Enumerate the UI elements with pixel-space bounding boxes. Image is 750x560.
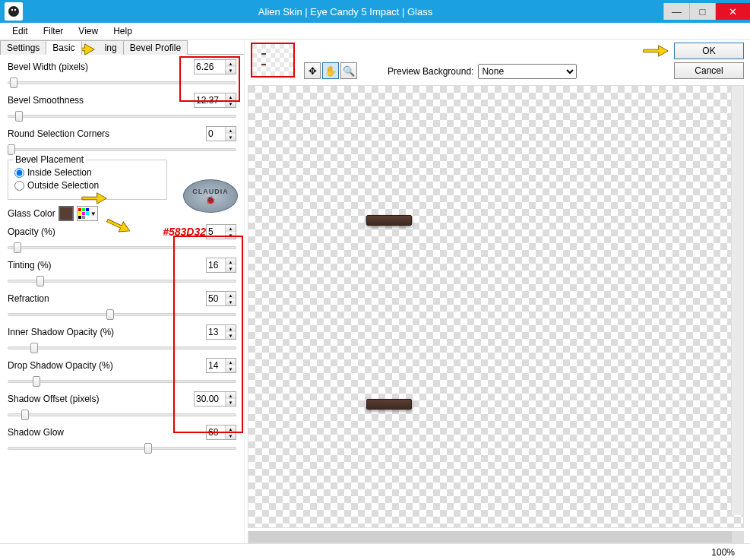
inner-shadow-input[interactable]	[207, 325, 225, 339]
status-bar: 100%	[0, 543, 750, 560]
bevel-placement-legend: Bevel Placement	[13, 154, 86, 165]
tab-settings[interactable]: Settings	[0, 40, 46, 55]
tinting-input[interactable]	[207, 258, 225, 272]
tinting-label: Tinting (%)	[8, 260, 206, 271]
outside-selection-label: Outside Selection	[27, 180, 99, 191]
tinting-spinner[interactable]: ▲▼	[206, 258, 236, 273]
menu-help[interactable]: Help	[106, 24, 140, 38]
refraction-input[interactable]	[207, 292, 225, 305]
refraction-slider[interactable]	[8, 308, 236, 320]
close-button[interactable]: ✕	[715, 3, 750, 20]
preview-bg-label: Preview Background:	[388, 66, 473, 77]
spin-down-icon[interactable]: ▼	[226, 332, 236, 339]
outside-selection-radio[interactable]	[14, 181, 24, 191]
spin-up-icon[interactable]: ▲	[226, 60, 236, 67]
app-icon	[5, 2, 23, 21]
titlebar: Alien Skin | Eye Candy 5 Impact | Glass …	[0, 0, 750, 23]
checker-background	[248, 86, 743, 527]
round-corners-slider[interactable]	[8, 143, 236, 155]
spin-down-icon[interactable]: ▼	[226, 100, 236, 107]
drop-shadow-slider[interactable]	[8, 375, 236, 387]
bevel-width-label: Bevel Width (pixels)	[8, 62, 194, 72]
opacity-input[interactable]	[207, 225, 225, 239]
spin-down-icon[interactable]: ▼	[226, 432, 236, 439]
spin-down-icon[interactable]: ▼	[226, 67, 236, 74]
pointer-hand-icon	[642, 43, 669, 59]
scrollbar-button[interactable]	[731, 531, 743, 543]
spin-up-icon[interactable]: ▲	[226, 426, 236, 432]
spin-up-icon[interactable]: ▲	[226, 392, 236, 399]
inside-selection-radio[interactable]	[14, 168, 24, 178]
spin-up-icon[interactable]: ▲	[226, 225, 236, 232]
glass-color-swatch[interactable]	[59, 206, 74, 221]
refraction-spinner[interactable]: ▲▼	[206, 291, 236, 306]
shadow-offset-spinner[interactable]: ▲▼	[194, 391, 236, 407]
menu-view[interactable]: View	[71, 24, 106, 38]
claudia-badge: CLAUDIA 🐞	[183, 179, 238, 213]
tab-lighting[interactable]: ing	[81, 40, 124, 55]
svg-point-1	[11, 9, 13, 11]
preview-bg-select[interactable]: None	[478, 64, 577, 79]
spin-up-icon[interactable]: ▲	[226, 325, 236, 332]
move-tool-button[interactable]: ✥	[304, 62, 321, 79]
round-corners-input[interactable]	[207, 127, 225, 141]
spin-up-icon[interactable]: ▲	[226, 292, 236, 299]
svg-point-0	[8, 6, 19, 17]
scrollbar-thumb[interactable]	[248, 531, 731, 543]
menubar: Edit Filter View Help	[0, 23, 750, 40]
color-palette-button[interactable]: ▼	[77, 206, 98, 221]
spin-down-icon[interactable]: ▼	[226, 232, 236, 239]
menu-filter[interactable]: Filter	[36, 24, 71, 38]
shadow-glow-slider[interactable]	[8, 441, 236, 454]
zoom-tool-button[interactable]: 🔍	[340, 62, 357, 79]
bevel-width-slider[interactable]	[8, 76, 236, 88]
horizontal-scrollbar[interactable]	[248, 531, 744, 543]
shadow-glow-spinner[interactable]: ▲▼	[206, 425, 236, 440]
spin-down-icon[interactable]: ▼	[226, 365, 236, 372]
opacity-slider[interactable]	[8, 241, 236, 253]
drop-shadow-spinner[interactable]: ▲▼	[206, 358, 236, 373]
spin-down-icon[interactable]: ▼	[226, 299, 236, 305]
cancel-button[interactable]: Cancel	[674, 62, 744, 79]
bevel-smoothness-slider[interactable]	[8, 109, 236, 122]
bevel-width-spinner[interactable]: ▲▼	[194, 59, 236, 74]
spin-down-icon[interactable]: ▼	[226, 134, 236, 141]
tinting-slider[interactable]	[8, 274, 236, 286]
spin-up-icon[interactable]: ▲	[226, 93, 236, 100]
svg-point-2	[14, 9, 16, 11]
shadow-offset-input[interactable]	[195, 392, 225, 406]
round-corners-spinner[interactable]: ▲▼	[206, 126, 236, 141]
preview-canvas[interactable]	[248, 85, 744, 528]
spin-down-icon[interactable]: ▼	[226, 399, 236, 406]
bevel-smoothness-spinner[interactable]: ▲▼	[194, 93, 236, 108]
drop-shadow-input[interactable]	[207, 359, 225, 372]
spin-down-icon[interactable]: ▼	[226, 265, 236, 272]
minimize-button[interactable]: —	[663, 3, 689, 20]
inner-shadow-slider[interactable]	[8, 341, 236, 353]
spin-up-icon[interactable]: ▲	[226, 359, 236, 365]
spin-up-icon[interactable]: ▲	[226, 258, 236, 265]
bevel-placement-group: Bevel Placement Inside Selection Outside…	[8, 160, 167, 200]
opacity-spinner[interactable]: ▲▼	[206, 224, 236, 239]
magnifier-icon: 🔍	[343, 65, 355, 77]
ok-button[interactable]: OK	[674, 43, 744, 59]
hand-tool-icon: ✋	[324, 65, 337, 77]
shadow-glow-input[interactable]	[207, 426, 225, 439]
drop-shadow-label: Drop Shadow Opacity (%)	[8, 360, 206, 371]
vertical-scrollbar[interactable]	[731, 86, 743, 515]
spin-up-icon[interactable]: ▲	[226, 127, 236, 134]
preview-thumbnail[interactable]	[251, 43, 295, 78]
preview-toolbar: ✥ ✋ 🔍 Preview Background: None OK Cancel	[245, 40, 750, 85]
tab-bevel-profile[interactable]: Bevel Profile	[123, 40, 188, 55]
bug-icon: 🐞	[205, 195, 217, 205]
shadow-offset-slider[interactable]	[8, 408, 236, 420]
menu-edit[interactable]: Edit	[5, 24, 36, 38]
bevel-smoothness-input[interactable]	[195, 93, 225, 107]
inner-shadow-spinner[interactable]: ▲▼	[206, 324, 236, 340]
hand-tool-button[interactable]: ✋	[322, 62, 339, 79]
refraction-label: Refraction	[8, 293, 206, 304]
tab-basic[interactable]: Basic	[46, 40, 81, 55]
bevel-width-input[interactable]	[195, 60, 225, 74]
maximize-button[interactable]: □	[689, 3, 715, 20]
preview-object-2	[366, 399, 412, 410]
